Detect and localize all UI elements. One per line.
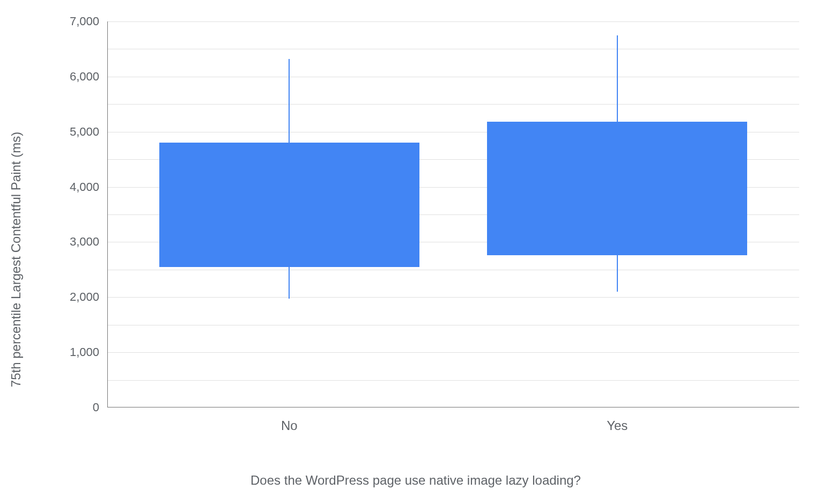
boxplot-yes — [487, 21, 747, 407]
y-tick-label: 7,000 — [70, 14, 99, 28]
x-tick-label: Yes — [607, 418, 628, 433]
y-tick-label: 2,000 — [70, 290, 99, 304]
y-tick-label: 5,000 — [70, 125, 99, 139]
chart-container: 75th percentile Largest Contentful Paint… — [21, 11, 810, 493]
y-axis-line — [107, 21, 108, 407]
y-tick-label: 4,000 — [70, 180, 99, 194]
y-tick-label: 6,000 — [70, 70, 99, 84]
x-tick-label: No — [281, 418, 298, 433]
y-axis-label: 75th percentile Largest Contentful Paint… — [9, 72, 24, 447]
y-tick-label: 0 — [93, 401, 99, 414]
y-tick-label: 1,000 — [70, 345, 99, 359]
plot-area: 0 1,000 2,000 3,000 4,000 5,000 6,000 7,… — [107, 21, 799, 407]
boxplot-no — [159, 21, 419, 407]
box — [487, 122, 747, 255]
x-axis-label: Does the WordPress page use native image… — [250, 473, 581, 488]
box — [159, 143, 419, 266]
y-tick-label: 3,000 — [70, 235, 99, 249]
